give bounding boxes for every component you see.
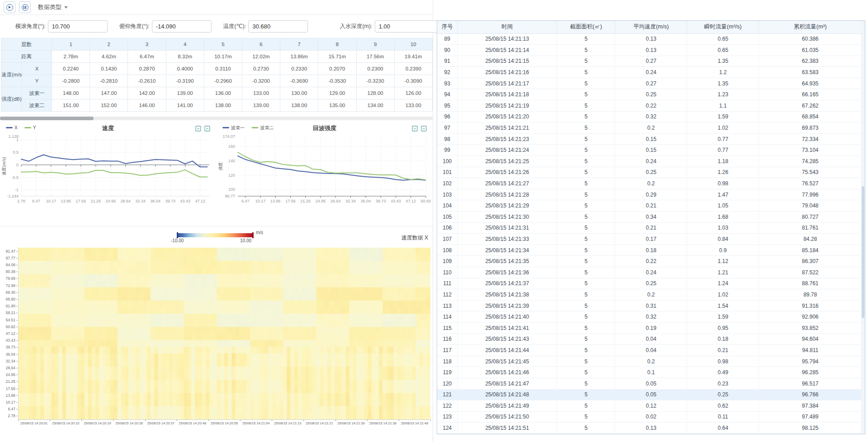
svg-text:-1: -1	[15, 188, 19, 192]
flow-cell: 0.21	[615, 222, 687, 234]
table-row[interactable]: 9925/08/15 14:21:2450.150.7773.104	[437, 145, 861, 156]
table-row[interactable]: 10825/08/15 14:21:3450.180.985.184	[437, 245, 861, 256]
legend-item-波束一[interactable]: 波束一	[222, 125, 245, 130]
legend-item-X[interactable]: X	[6, 125, 18, 130]
layer-value-cell: 8.32m	[166, 51, 204, 63]
table-row[interactable]: 9325/08/15 14:21:1750.271.3564.935	[437, 78, 861, 89]
flow-cell: 100	[437, 156, 458, 167]
temperature-input[interactable]	[248, 20, 308, 33]
layer-value-cell: 138.00	[204, 99, 242, 112]
flow-cell: 5	[557, 56, 615, 67]
table-row[interactable]: 11825/08/15 14:21:4550.20.9895.794	[437, 356, 861, 367]
table-row[interactable]: 10025/08/15 14:21:2550.241.1874.285	[437, 156, 861, 167]
flow-cell: 63.583	[759, 67, 861, 78]
row-sublabel: 波束一	[22, 87, 52, 99]
heatmap-y-tick	[16, 286, 18, 286]
table-row[interactable]: 9425/08/15 14:21:1850.251.2366.165	[437, 89, 861, 100]
table-row[interactable]: 11025/08/15 14:21:3650.241.2187.522	[437, 267, 861, 278]
table-row[interactable]: 12025/08/15 14:21:4750.050.2396.517	[437, 378, 861, 389]
layer-value-cell: 142.00	[128, 87, 166, 99]
heatmap-y-tick-label: 84.08	[0, 263, 15, 267]
table-row[interactable]: 12425/08/15 14:21:5150.130.6498.125	[437, 423, 861, 434]
heatmap-y-tick	[16, 320, 18, 320]
table-row[interactable]: 10725/08/15 14:21:3350.170.8484.28	[437, 234, 861, 245]
flow-cell: 74.285	[759, 156, 861, 167]
vertical-scrollbar-thumb[interactable]	[862, 186, 864, 318]
table-row[interactable]: 10225/08/15 14:21:2750.20.9876.527	[437, 178, 861, 189]
flow-cell: 0.2	[615, 122, 687, 134]
table-row[interactable]: 12225/08/15 14:21:4950.120.6297.384	[437, 400, 861, 412]
series-line-Y	[21, 170, 208, 177]
flow-table-wrap: 序号时间截面面积(㎡)平均速度(m/s)瞬时流量(m³/s)累积流量(m³)89…	[437, 21, 861, 434]
immersion-depth-input[interactable]	[375, 20, 443, 33]
heatmap-x-tick	[240, 419, 241, 421]
table-row[interactable]: 11925/08/15 14:21:4650.10.4996.285	[437, 367, 861, 378]
table-row[interactable]: 9825/08/15 14:21:2350.150.7772.334	[437, 133, 861, 145]
table-row[interactable]: 12325/08/15 14:21:5050.020.1197.489	[437, 411, 861, 423]
table-row[interactable]: 9025/08/15 14:21:1450.130.6561.035	[437, 45, 861, 56]
table-row[interactable]: 11425/08/15 14:21:4050.321.5992.906	[437, 311, 861, 323]
flow-cell: 0.32	[615, 311, 687, 323]
roll-angle-input[interactable]	[48, 20, 108, 33]
play-button[interactable]	[4, 1, 15, 13]
table-row[interactable]: 9125/08/15 14:21:1550.271.3562.383	[437, 56, 861, 67]
layer-value-cell: -0.2800	[52, 75, 90, 87]
table-row[interactable]: 11625/08/15 14:21:4350.040.1894.604	[437, 334, 861, 345]
flow-cell: 96.766	[759, 389, 861, 400]
flow-cell: 0.15	[615, 145, 687, 156]
data-type-dropdown[interactable]: 数据类型	[38, 3, 68, 11]
table-row[interactable]: 9525/08/15 14:21:1950.221.167.262	[437, 100, 861, 112]
flow-column-header: 平均速度(m/s)	[615, 21, 687, 33]
heatmap-y-tick	[16, 251, 18, 252]
table-row[interactable]: 9225/08/15 14:21:1650.241.263.583	[437, 67, 861, 78]
heatmap-x-tick-label: 25/08/15 14:21:21	[303, 421, 335, 425]
table-row[interactable]: 10425/08/15 14:21:2950.211.0579.048	[437, 200, 861, 212]
svg-text:17.56: 17.56	[76, 199, 86, 203]
table-row[interactable]: 11225/08/15 14:21:3850.21.0289.78	[437, 289, 861, 301]
immersion-depth-label: 入水深度(m):	[340, 23, 372, 30]
echo-intensity-chart: 174.0716014012010090.776.4710.1713.8617.…	[217, 123, 432, 214]
layer-number: 6	[242, 38, 280, 51]
pause-button[interactable]	[19, 1, 31, 13]
svg-text:波束一: 波束一	[231, 125, 245, 130]
horizontal-scrollbar-thumb[interactable]	[0, 117, 94, 120]
table-row[interactable]: 9725/08/15 14:21:2150.21.0269.873	[437, 122, 861, 134]
table-row[interactable]: 10925/08/15 14:21:3550.221.1286.307	[437, 256, 861, 267]
table-row[interactable]: 11725/08/15 14:21:4450.040.2194.811	[437, 345, 861, 356]
flow-cell: 25/08/15 14:21:46	[458, 367, 557, 378]
layer-value-cell: 4.62m	[90, 51, 128, 63]
flow-cell: 5	[557, 178, 615, 189]
flow-cell: 0.05	[615, 378, 687, 389]
table-row[interactable]: 11525/08/15 14:21:4150.190.9593.852	[437, 322, 861, 334]
table-row[interactable]: 8925/08/15 14:21:1350.130.6560.386	[437, 33, 861, 45]
flow-cell: 25/08/15 14:21:28	[458, 189, 557, 200]
flow-cell: 104	[437, 200, 458, 212]
heatmap-y-tick-label: 43.43	[0, 338, 15, 343]
colorbar-min-tick	[177, 232, 178, 238]
flow-cell: 0.04	[615, 334, 687, 345]
svg-text:0: 0	[16, 163, 19, 167]
legend-item-波束二[interactable]: 波束二	[252, 125, 274, 130]
table-row[interactable]: 11125/08/15 14:21:3750.251.2488.761	[437, 278, 861, 289]
layer-value-cell: 130.00	[280, 87, 318, 99]
section-divider	[0, 226, 433, 226]
table-row[interactable]: 12125/08/15 14:21:4850.050.2596.766	[437, 389, 861, 400]
flow-cell: 25/08/15 14:21:34	[458, 245, 557, 256]
pitch-angle-input[interactable]	[152, 20, 212, 33]
table-row[interactable]: 10625/08/15 14:21:3150.211.0381.761	[437, 222, 861, 234]
flow-cell: 0.11	[687, 411, 759, 423]
flow-cell: 5	[557, 33, 615, 45]
table-row[interactable]: 10125/08/15 14:21:2650.251.2675.543	[437, 167, 861, 178]
table-row[interactable]: 11325/08/15 14:21:3950.311.5491.316	[437, 300, 861, 311]
flow-cell: 1.02	[687, 289, 759, 301]
layer-value-cell: -0.3230	[356, 75, 394, 87]
flow-cell: 0.98	[687, 356, 759, 367]
layer-value-cell: -0.3690	[280, 75, 318, 87]
row-label: 距离	[1, 51, 52, 63]
legend-item-Y[interactable]: Y	[24, 125, 36, 130]
table-row[interactable]: 10525/08/15 14:21:3050.341.6880.727	[437, 212, 861, 223]
table-row[interactable]: 9625/08/15 14:21:2050.321.5968.854	[437, 111, 861, 122]
table-row[interactable]: 10325/08/15 14:21:2850.291.4777.996	[437, 189, 861, 200]
flow-cell: 64.935	[759, 78, 861, 89]
flow-cell: 25/08/15 14:21:23	[458, 133, 557, 145]
